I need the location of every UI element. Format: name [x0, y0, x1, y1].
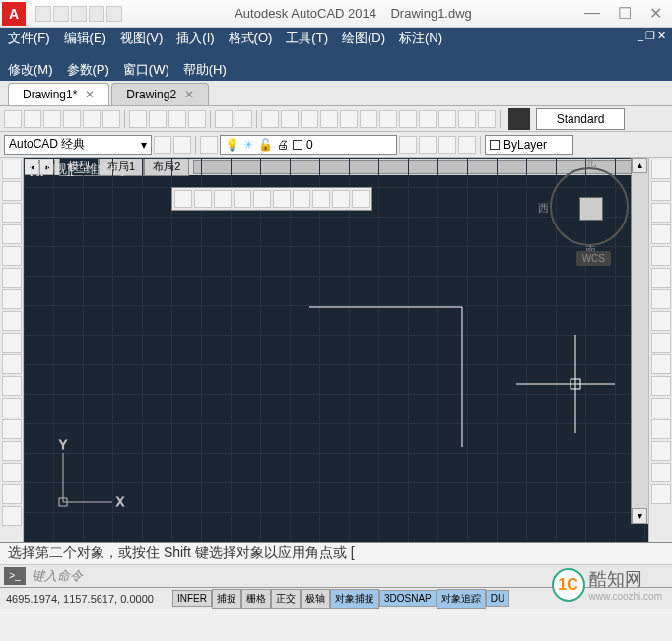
menu-help[interactable]: 帮助(H)	[183, 61, 227, 79]
add-sel-icon[interactable]	[2, 506, 22, 526]
scroll-down-icon[interactable]: ▾	[632, 508, 647, 524]
coordinates[interactable]: 4695.1974, 1157.5617, 0.0000	[0, 593, 172, 605]
redo-icon[interactable]	[235, 110, 252, 128]
help-icon[interactable]	[478, 110, 496, 128]
status-polar[interactable]: 极轴	[301, 589, 330, 609]
polygon-icon[interactable]	[2, 203, 22, 223]
anno-style-icon[interactable]	[508, 108, 530, 130]
table-icon[interactable]	[2, 463, 22, 482]
qat-redo-icon[interactable]	[106, 6, 122, 22]
maximize-button[interactable]: ☐	[618, 4, 632, 23]
menu-dimension[interactable]: 标注(N)	[399, 30, 442, 47]
status-grid[interactable]: 栅格	[241, 589, 271, 609]
mdi-restore[interactable]: ❐	[645, 30, 655, 42]
menu-modify[interactable]: 修改(M)	[8, 61, 53, 79]
status-snap[interactable]: 捕捉	[212, 589, 241, 609]
layer-prev-icon[interactable]	[438, 136, 456, 154]
color-dropdown[interactable]: ByLayer	[485, 135, 573, 155]
menu-draw[interactable]: 绘图(D)	[342, 30, 385, 47]
text-style-dropdown[interactable]: Standard	[536, 108, 625, 130]
copy-obj-icon[interactable]	[651, 181, 671, 201]
menu-window[interactable]: 窗口(W)	[123, 61, 169, 79]
tab-drawing2[interactable]: Drawing2 ✕	[111, 83, 209, 105]
zoom-prev-icon[interactable]	[320, 110, 338, 128]
menu-parametric[interactable]: 参数(P)	[67, 61, 109, 79]
calc-icon[interactable]	[458, 110, 476, 128]
extend-icon[interactable]	[651, 376, 671, 396]
ssm-icon[interactable]	[419, 110, 437, 128]
circle-icon[interactable]	[2, 268, 22, 288]
save-icon[interactable]	[43, 110, 61, 128]
block-icon[interactable]	[2, 354, 22, 374]
scroll-up-icon[interactable]: ▴	[632, 158, 647, 173]
qat-undo-icon[interactable]	[89, 6, 104, 22]
trim-icon[interactable]	[651, 354, 671, 374]
menu-view[interactable]: 视图(V)	[120, 30, 163, 47]
join-icon[interactable]	[651, 419, 671, 439]
qat-save-icon[interactable]	[71, 6, 87, 22]
match-icon[interactable]	[188, 110, 206, 128]
layer-manager-icon[interactable]	[200, 136, 218, 154]
tab-close-icon[interactable]: ✕	[184, 88, 194, 101]
minimize-button[interactable]: —	[584, 4, 600, 23]
paste-icon[interactable]	[168, 110, 186, 128]
layer-match-icon[interactable]	[458, 136, 476, 154]
zoom-win-icon[interactable]	[301, 110, 318, 128]
point-icon[interactable]	[2, 376, 22, 396]
menu-file[interactable]: 文件(F)	[8, 30, 50, 47]
status-infer[interactable]: INFER	[172, 590, 212, 607]
status-otrack[interactable]: 对象追踪	[437, 589, 486, 609]
mdi-close[interactable]: ✕	[657, 30, 666, 42]
cut-icon[interactable]	[129, 110, 147, 128]
menu-insert[interactable]: 插入(I)	[176, 30, 214, 47]
array-icon[interactable]	[651, 246, 671, 266]
vertical-scrollbar[interactable]: ▴ ▾	[631, 158, 648, 524]
break-icon[interactable]	[651, 398, 671, 417]
status-osnap[interactable]: 对象捕捉	[330, 589, 379, 609]
tab-close-icon[interactable]: ✕	[85, 88, 95, 101]
prop-icon[interactable]	[360, 110, 377, 128]
tab-drawing1[interactable]: Drawing1* ✕	[8, 83, 109, 105]
line-icon[interactable]	[2, 160, 22, 179]
zoom-rt-icon[interactable]	[281, 110, 299, 128]
menu-format[interactable]: 格式(O)	[229, 30, 273, 47]
rotate-icon[interactable]	[651, 289, 671, 309]
status-ortho[interactable]: 正交	[271, 589, 301, 609]
tool-pal-icon[interactable]	[399, 110, 417, 128]
chamfer-icon[interactable]	[651, 441, 671, 461]
menu-tools[interactable]: 工具(T)	[286, 30, 328, 47]
undo-icon[interactable]	[215, 110, 233, 128]
mtext-icon[interactable]	[2, 484, 22, 504]
ws-gear-icon[interactable]	[173, 136, 191, 154]
qat-open-icon[interactable]	[53, 6, 69, 22]
close-button[interactable]: ✕	[649, 4, 662, 23]
publish-icon[interactable]	[102, 110, 120, 128]
move-icon[interactable]	[651, 268, 671, 288]
erase-icon[interactable]	[651, 160, 671, 179]
markup-icon[interactable]	[438, 110, 456, 128]
gradient-icon[interactable]	[2, 419, 22, 439]
spline-icon[interactable]	[2, 289, 22, 309]
workspace-dropdown[interactable]: AutoCAD 经典 ▾	[4, 135, 152, 155]
status-ducs[interactable]: DU	[486, 590, 509, 607]
layer-dropdown[interactable]: 💡 ☀ 🔓 🖨 0	[220, 135, 397, 155]
zoom-icon[interactable]	[340, 110, 358, 128]
offset-icon[interactable]	[651, 224, 671, 244]
mdi-minimize[interactable]: _	[638, 30, 643, 42]
open-icon[interactable]	[24, 110, 41, 128]
copy-icon[interactable]	[149, 110, 167, 128]
hatch-icon[interactable]	[2, 398, 22, 417]
mirror-icon[interactable]	[651, 203, 671, 223]
arc-icon[interactable]	[2, 246, 22, 266]
rectangle-icon[interactable]	[2, 224, 22, 244]
entity-polyline[interactable]	[309, 307, 462, 447]
layer-iso-icon[interactable]	[419, 136, 437, 154]
scale-icon[interactable]	[651, 311, 671, 331]
menu-edit[interactable]: 编辑(E)	[64, 30, 106, 47]
preview-icon[interactable]	[83, 110, 101, 128]
layer-state-icon[interactable]	[399, 136, 417, 154]
new-icon[interactable]	[4, 110, 22, 128]
app-logo[interactable]: A	[2, 2, 26, 26]
ellipse-arc-icon[interactable]	[2, 333, 22, 353]
pline-icon[interactable]	[2, 181, 22, 201]
